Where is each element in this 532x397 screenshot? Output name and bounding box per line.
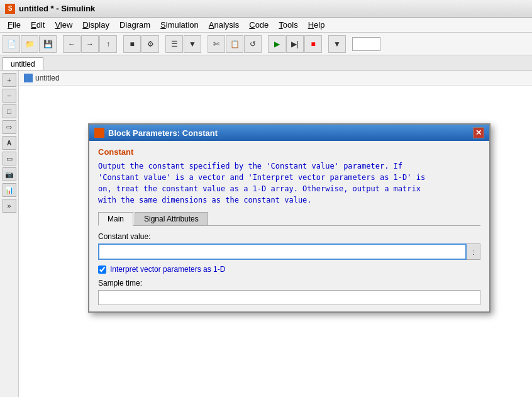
menu-display[interactable]: Display bbox=[77, 19, 114, 31]
menu-file[interactable]: File bbox=[3, 19, 26, 31]
zoom-input[interactable]: 10.0 bbox=[352, 37, 380, 51]
settings-button[interactable]: ⚙ bbox=[141, 35, 159, 53]
menu-diagram[interactable]: Diagram bbox=[114, 19, 155, 31]
more-button[interactable]: » bbox=[3, 199, 16, 213]
tab-bar: untitled bbox=[0, 55, 532, 70]
dialog-icon bbox=[94, 128, 104, 138]
main-area: + − □ ⇨ A ▭ 📷 📊 » untitled A Constant bbox=[0, 70, 532, 397]
block-lib-button[interactable]: ■ bbox=[123, 35, 141, 53]
zoom-in-button[interactable]: + bbox=[3, 73, 16, 87]
close-icon: ✕ bbox=[475, 129, 482, 137]
nav-buttons: ← → ↑ bbox=[63, 35, 117, 53]
constant-value-menu-button[interactable]: ⋮ bbox=[467, 243, 480, 260]
toolbar: 📄 📁 💾 ← → ↑ ■ ⚙ ☰ ▼ ✄ 📋 ↺ ▶ ▶| ■ ▼ 10.0 bbox=[0, 33, 532, 55]
sample-time-label: Sample time: bbox=[98, 279, 480, 288]
menu-code[interactable]: Code bbox=[244, 19, 274, 31]
dropdown-button[interactable]: ▼ bbox=[184, 35, 201, 53]
sample-time-input[interactable]: inf bbox=[98, 290, 480, 305]
constant-value-row: A ⋮ bbox=[98, 243, 480, 260]
canvas-area: untitled A Constant 1.4 Display bbox=[19, 70, 532, 397]
zoom-group: ▼ bbox=[328, 35, 346, 53]
back-button[interactable]: ← bbox=[63, 35, 80, 53]
menu-tools[interactable]: Tools bbox=[274, 19, 302, 31]
save-button[interactable]: 💾 bbox=[39, 35, 57, 53]
constant-value-label: Constant value: bbox=[98, 232, 480, 241]
dialog-block-type: Constant bbox=[98, 147, 480, 157]
zoom-out-button[interactable]: − bbox=[3, 89, 16, 103]
menu-help[interactable]: Help bbox=[303, 19, 330, 31]
interpret-vector-checkbox[interactable] bbox=[98, 266, 106, 274]
arrow-tool-button[interactable]: ⇨ bbox=[3, 120, 16, 134]
canvas-content: A Constant 1.4 Display Block Parameters:… bbox=[19, 86, 532, 397]
list-view-button[interactable]: ☰ bbox=[165, 35, 183, 53]
cut-button[interactable]: ✄ bbox=[208, 35, 225, 53]
block-params-dialog: Block Parameters: Constant ✕ Constant Ou… bbox=[88, 123, 490, 313]
constant-value-input[interactable]: A bbox=[98, 243, 467, 260]
undo-button[interactable]: ↺ bbox=[244, 35, 262, 53]
forward-button[interactable]: → bbox=[81, 35, 99, 53]
stop-button[interactable]: ■ bbox=[304, 35, 322, 53]
dialog-tab-signal[interactable]: Signal Attributes bbox=[135, 212, 208, 225]
new-button[interactable]: 📄 bbox=[3, 35, 20, 53]
dialog-body: Constant Output the constant specified b… bbox=[89, 141, 489, 311]
title-bar: S untitled * - Simulink bbox=[0, 0, 532, 18]
view-buttons: ☰ ▼ bbox=[165, 35, 201, 53]
run-buttons: ▶ ▶| ■ bbox=[268, 35, 322, 53]
dialog-title: Block Parameters: Constant bbox=[108, 128, 218, 138]
fit-view-button[interactable]: □ bbox=[3, 104, 16, 118]
breadcrumb-label: untitled bbox=[35, 74, 60, 82]
up-button[interactable]: ↑ bbox=[99, 35, 117, 53]
open-button[interactable]: 📁 bbox=[21, 35, 38, 53]
dialog-description: Output the constant specified by the 'Co… bbox=[98, 160, 480, 206]
block-buttons: ■ ⚙ bbox=[123, 35, 159, 53]
file-buttons: 📄 📁 💾 bbox=[3, 35, 57, 53]
dialog-titlebar: Block Parameters: Constant ✕ bbox=[89, 125, 489, 141]
app-title: untitled * - Simulink bbox=[19, 4, 95, 13]
dialog-close-button[interactable]: ✕ bbox=[473, 127, 484, 138]
interpret-vector-label: Interpret vector parameters as 1-D bbox=[110, 265, 225, 274]
dialog-tab-main[interactable]: Main bbox=[98, 212, 133, 226]
interpret-vector-row: Interpret vector parameters as 1-D bbox=[98, 265, 480, 274]
edit-buttons: ✄ 📋 ↺ bbox=[208, 35, 262, 53]
dialog-title-content: Block Parameters: Constant bbox=[94, 128, 218, 138]
paste-button[interactable]: 📋 bbox=[226, 35, 243, 53]
left-sidebar: + − □ ⇨ A ▭ 📷 📊 » bbox=[0, 70, 19, 397]
chart-button[interactable]: 📊 bbox=[3, 183, 16, 197]
step-button[interactable]: ▶| bbox=[286, 35, 304, 53]
camera-button[interactable]: 📷 bbox=[3, 167, 16, 181]
menu-bar: File Edit View Display Diagram Simulatio… bbox=[0, 18, 532, 33]
run-button[interactable]: ▶ bbox=[268, 35, 285, 53]
text-tool-button[interactable]: A bbox=[3, 136, 16, 150]
zoom-dropdown[interactable]: ▼ bbox=[328, 35, 346, 53]
app-icon: S bbox=[5, 4, 15, 14]
menu-analysis[interactable]: Analysis bbox=[204, 19, 244, 31]
breadcrumb-icon bbox=[24, 74, 33, 82]
menu-simulation[interactable]: Simulation bbox=[155, 19, 204, 31]
rect-tool-button[interactable]: ▭ bbox=[3, 152, 16, 165]
breadcrumb: untitled bbox=[19, 70, 532, 86]
tab-untitled[interactable]: untitled bbox=[3, 57, 43, 70]
menu-view[interactable]: View bbox=[50, 19, 77, 31]
dialog-tabs: Main Signal Attributes bbox=[98, 212, 480, 226]
menu-edit[interactable]: Edit bbox=[26, 19, 50, 31]
